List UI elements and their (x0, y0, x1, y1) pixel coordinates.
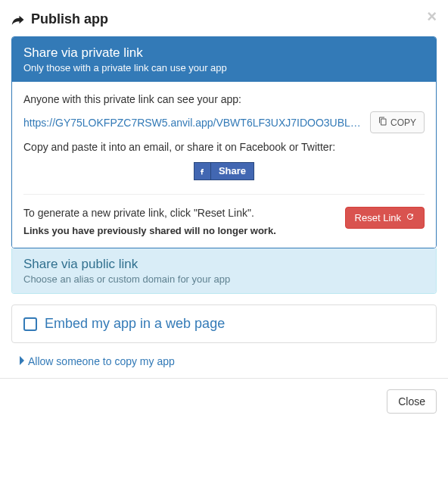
private-link-subtitle: Only those with a private link can use y… (23, 62, 425, 73)
copy-icon (378, 117, 387, 128)
divider (23, 194, 425, 195)
embed-title-text: Embed my app in a web page (45, 316, 225, 332)
chevron-right-icon (19, 355, 25, 367)
private-link-intro: Anyone with this private link can see yo… (23, 93, 425, 105)
private-link-url[interactable]: https://GY75LOKFPZC7RSW5.anvil.app/VBWT6… (23, 117, 364, 129)
embed-toggle[interactable]: Embed my app in a web page (23, 316, 425, 332)
public-link-subtitle: Choose an alias or custom domain for you… (23, 273, 425, 285)
link-row: https://GY75LOKFPZC7RSW5.anvil.app/VBWT6… (23, 111, 425, 133)
embed-panel: Embed my app in a web page (11, 304, 437, 343)
reset-link-button[interactable]: Reset Link (345, 207, 425, 229)
private-link-body: Anyone with this private link can see yo… (12, 82, 436, 248)
share-arrow-icon (11, 14, 25, 26)
private-link-title: Share via private link (23, 45, 425, 61)
public-link-title: Share via public link (23, 257, 425, 272)
reset-intro: To generate a new private link, click "R… (23, 207, 336, 219)
fb-share-wrapper: Share (23, 162, 425, 180)
copy-button[interactable]: COPY (370, 111, 425, 133)
reset-warning: Links you have previously shared will no… (23, 225, 336, 236)
public-link-heading[interactable]: Share via public link Choose an alias or… (12, 248, 436, 293)
allow-copy-link[interactable]: Allow someone to copy my app (11, 354, 437, 378)
close-button[interactable]: Close (387, 389, 437, 414)
modal-title: Publish app (11, 11, 108, 27)
checkbox-icon[interactable] (23, 317, 37, 331)
modal-title-text: Publish app (31, 11, 108, 27)
public-link-panel: Share via public link Choose an alias or… (11, 248, 437, 294)
reset-row: To generate a new private link, click "R… (23, 207, 425, 236)
allow-copy-label: Allow someone to copy my app (28, 355, 175, 367)
copy-label: COPY (390, 117, 416, 128)
refresh-icon (406, 212, 415, 223)
close-icon[interactable]: × (427, 8, 437, 25)
copy-paste-text: Copy and paste it into an email, or shar… (23, 141, 425, 153)
facebook-share-label: Share (211, 163, 254, 180)
facebook-icon (194, 163, 211, 180)
private-link-panel: Share via private link Only those with a… (11, 36, 437, 248)
publish-modal: Publish app × Share via private link Onl… (0, 0, 448, 424)
private-link-heading[interactable]: Share via private link Only those with a… (12, 37, 436, 82)
reset-text-block: To generate a new private link, click "R… (23, 207, 336, 236)
facebook-share-button[interactable]: Share (194, 162, 254, 180)
reset-link-label: Reset Link (355, 212, 401, 223)
modal-footer: Close (0, 378, 448, 424)
modal-header: Publish app × (11, 11, 437, 36)
